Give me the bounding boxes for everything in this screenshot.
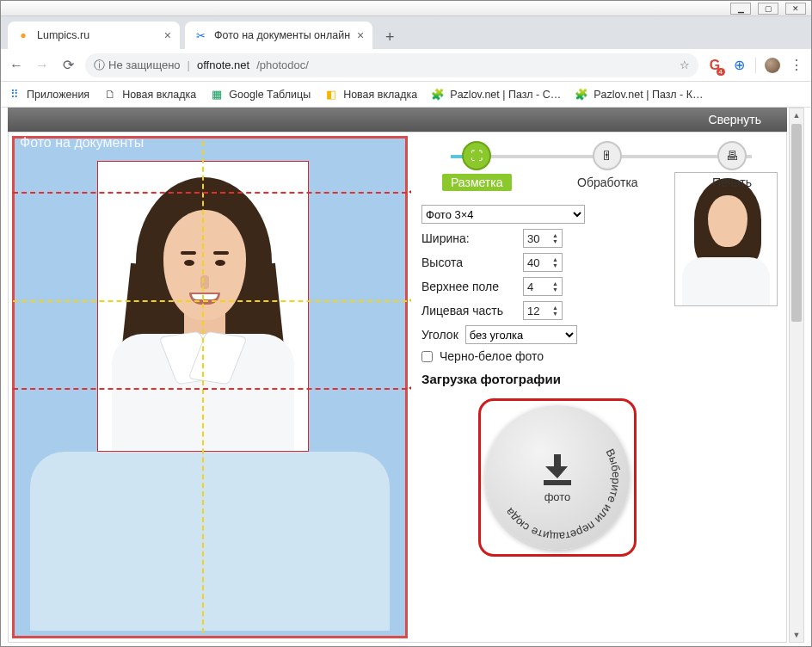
reload-button[interactable]: ⟳: [59, 57, 77, 74]
bookmark-item[interactable]: 🧩Pazlov.net | Пазл - С…: [431, 88, 561, 102]
bw-label: Черно-белое фото: [440, 349, 544, 363]
width-value: 30: [527, 232, 539, 245]
bookmark-label: Новая вкладка: [122, 89, 196, 101]
omnibox[interactable]: ⓘ Не защищено | offnote.net/photodoc/ ☆: [85, 53, 698, 77]
puzzle-icon: 🧩: [431, 88, 445, 102]
page-icon: ◧: [324, 88, 338, 102]
bookmark-item[interactable]: ◧Новая вкладка: [324, 88, 417, 102]
spinner-icon[interactable]: ▲▼: [552, 305, 558, 317]
format-select[interactable]: Фото 3×4: [421, 205, 585, 224]
printer-icon: 🖶: [717, 141, 747, 170]
corner-label: Уголок: [421, 328, 458, 342]
photo-editor-canvas[interactable]: [12, 136, 408, 638]
stepper: ⛶ Разметка 🎚 Обработка 🖶 Печать: [421, 138, 781, 200]
window-titlebar: ▁ ▢ ✕: [1, 1, 811, 16]
info-icon: ⓘ: [94, 58, 105, 73]
favicon-icon: ●: [16, 28, 30, 42]
profile-avatar[interactable]: [765, 58, 780, 73]
bookmark-label: Новая вкладка: [343, 89, 417, 101]
bookmark-label: Pazlov.net | Пазл - С…: [450, 89, 561, 101]
new-tab-button[interactable]: +: [378, 25, 402, 49]
tab-photodoc[interactable]: ✂ Фото на документы онлайн ×: [185, 22, 372, 49]
upload-dropzone[interactable]: Выберите или перетащите сюда фото: [478, 398, 637, 557]
width-stepper[interactable]: 30▲▼: [523, 229, 563, 248]
step-markup[interactable]: ⛶ Разметка: [442, 141, 512, 191]
upload-ring-text: Выберите или перетащите сюда: [485, 405, 630, 550]
window-maximize-button[interactable]: ▢: [758, 3, 778, 15]
page-content: Свернуть Фото на документы: [1, 108, 811, 646]
top-guide[interactable]: [13, 192, 407, 194]
url-path: /photodoc/: [256, 59, 309, 71]
bookmark-label: Google Таблицы: [229, 89, 311, 101]
forward-button[interactable]: →: [34, 57, 51, 74]
window-close-button[interactable]: ✕: [785, 3, 806, 15]
window-minimize-button[interactable]: ▁: [730, 3, 751, 15]
chin-guide[interactable]: [13, 388, 407, 390]
security-status-text: Не защищено: [108, 59, 181, 71]
bookmarks-bar: ⠿Приложения 🗋Новая вкладка ▦Google Табли…: [1, 82, 811, 108]
extension-icon[interactable]: G 4: [707, 58, 723, 73]
tab-title: Фото на документы онлайн: [214, 29, 350, 41]
sheets-icon: ▦: [210, 88, 224, 102]
vertical-scrollbar[interactable]: ▲ ▼: [789, 108, 804, 643]
tab-close-icon[interactable]: ×: [357, 28, 364, 42]
scroll-down-button[interactable]: ▼: [790, 628, 803, 642]
bookmark-item[interactable]: 🗋Новая вкладка: [103, 88, 196, 102]
scrollbar-thumb[interactable]: [791, 124, 802, 322]
topfield-label: Верхнее поле: [421, 280, 516, 293]
scroll-up-button[interactable]: ▲: [790, 108, 803, 122]
address-bar: ← → ⟳ ⓘ Не защищено | offnote.net/photod…: [1, 49, 811, 82]
tab-title: Lumpics.ru: [37, 29, 157, 41]
page-icon: 🗋: [103, 88, 117, 102]
upload-button[interactable]: Выберите или перетащите сюда фото: [485, 405, 630, 550]
back-button[interactable]: ←: [8, 57, 25, 74]
bookmark-label: Pazlov.net | Пазл - К…: [594, 89, 703, 101]
app-toolbar: Свернуть: [8, 108, 787, 132]
face-value: 12: [527, 305, 539, 317]
svg-text:Выберите или перетащите сюда: Выберите или перетащите сюда: [502, 447, 623, 543]
height-label: Высота: [421, 256, 516, 269]
separator: |: [188, 59, 190, 71]
settings-panel: ⛶ Разметка 🎚 Обработка 🖶 Печать Фото 3×4: [411, 132, 786, 642]
page-title: Фото на документы: [20, 135, 144, 151]
collapse-button[interactable]: Свернуть: [709, 113, 761, 126]
step-label: Разметка: [442, 174, 512, 191]
height-value: 40: [527, 256, 539, 269]
site-info-button[interactable]: ⓘ Не защищено: [94, 58, 181, 73]
spinner-icon[interactable]: ▲▼: [552, 256, 558, 268]
corner-select[interactable]: без уголка: [465, 325, 577, 344]
bookmark-star-icon[interactable]: ☆: [680, 59, 690, 71]
bookmark-item[interactable]: 🧩Pazlov.net | Пазл - К…: [575, 88, 703, 102]
step-label: Обработка: [569, 174, 647, 191]
tab-lumpics[interactable]: ● Lumpics.ru ×: [8, 22, 180, 49]
vertical-guide[interactable]: [202, 141, 204, 633]
puzzle-icon: 🧩: [575, 88, 588, 102]
height-stepper[interactable]: 40▲▼: [523, 253, 563, 272]
upload-heading: Загрузка фотографии: [421, 372, 781, 386]
step-processing[interactable]: 🎚 Обработка: [569, 141, 647, 191]
width-label: Ширина:: [421, 231, 516, 245]
badge: 4: [717, 68, 725, 76]
face-stepper[interactable]: 12▲▼: [523, 301, 563, 320]
step-print[interactable]: 🖶 Печать: [704, 141, 760, 191]
topfield-value: 4: [527, 280, 533, 293]
url-host: offnote.net: [197, 59, 249, 71]
topfield-stepper[interactable]: 4▲▼: [523, 277, 563, 296]
bookmark-label: Приложения: [27, 89, 89, 101]
tab-strip: ● Lumpics.ru × ✂ Фото на документы онлай…: [1, 16, 811, 49]
bw-checkbox[interactable]: [421, 351, 433, 362]
crop-icon: ⛶: [462, 141, 491, 170]
face-label: Лицевая часть: [421, 304, 516, 317]
spinner-icon[interactable]: ▲▼: [552, 280, 558, 293]
apps-icon: ⠿: [8, 88, 22, 102]
bookmark-item[interactable]: ▦Google Таблицы: [210, 88, 311, 102]
extension-icon[interactable]: ⊕: [731, 58, 747, 73]
sliders-icon: 🎚: [593, 141, 622, 170]
separator: [755, 58, 756, 73]
spinner-icon[interactable]: ▲▼: [552, 232, 558, 244]
chrome-menu-button[interactable]: ⋮: [789, 58, 804, 73]
tab-close-icon[interactable]: ×: [164, 28, 171, 42]
favicon-icon: ✂: [194, 28, 207, 42]
eye-guide[interactable]: [13, 300, 407, 302]
bookmark-apps[interactable]: ⠿Приложения: [8, 88, 89, 102]
